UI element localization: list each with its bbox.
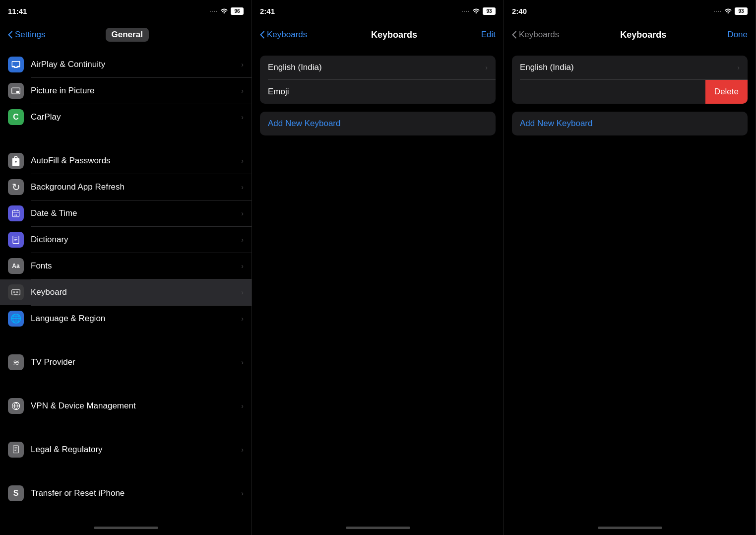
airplay-icon [8, 57, 24, 72]
language-label: Language & Region [31, 314, 241, 324]
pip-chevron: › [241, 87, 244, 95]
fonts-chevron: › [241, 262, 244, 270]
transfer-icon: S [8, 485, 24, 501]
svg-rect-17 [14, 294, 18, 295]
language-icon: 🌐 [8, 311, 24, 327]
tvprovider-icon: ≋ [8, 354, 24, 370]
legal-label: Legal & Regulatory [31, 445, 241, 455]
nav-title-3: Keyboards [620, 30, 666, 40]
nav-bar-2: Keyboards Keyboards Edit [252, 22, 504, 48]
english-chevron-3: › [737, 64, 740, 71]
status-icons-1: ···· 96 [210, 7, 244, 15]
home-bar-2 [346, 527, 410, 529]
dictionary-icon [8, 232, 24, 248]
row-transfer[interactable]: S Transfer or Reset iPhone › [0, 480, 252, 506]
kb-row-english[interactable]: English (India) › [260, 56, 496, 79]
delete-button[interactable]: Delete [705, 80, 748, 104]
home-indicator-3 [504, 520, 756, 535]
svg-rect-1 [16, 91, 19, 93]
battery-1: 96 [231, 7, 244, 15]
status-bar-2: 2:41 ···· 93 [252, 0, 504, 22]
row-keyboard[interactable]: Keyboard › [0, 279, 252, 305]
add-keyboard-label: Add New Keyboard [268, 119, 340, 129]
english-chevron: › [485, 64, 488, 71]
vpn-chevron: › [241, 402, 244, 410]
svg-rect-16 [17, 292, 18, 293]
row-autofill[interactable]: AutoFill & Passwords › [0, 148, 252, 174]
edit-button[interactable]: Edit [481, 30, 496, 40]
tvprovider-label: TV Provider [31, 357, 241, 367]
status-time-1: 11:41 [8, 7, 27, 15]
home-indicator-2 [252, 520, 504, 535]
svg-rect-11 [16, 291, 17, 292]
row-bgrefresh[interactable]: ↻ Background App Refresh › [0, 174, 252, 200]
keyboards-list-3: English (India) › Delete Add New Keyboar… [504, 48, 756, 520]
add-keyboard-button-3[interactable]: Add New Keyboard [512, 112, 748, 135]
svg-rect-14 [14, 292, 15, 293]
row-language[interactable]: 🌐 Language & Region › [0, 306, 252, 332]
row-vpn[interactable]: VPN & Device Management › [0, 393, 252, 419]
emoji-label: Emoji [268, 87, 488, 97]
datetime-icon: 31 [8, 205, 24, 221]
svg-rect-19 [13, 446, 19, 453]
datetime-label: Date & Time [31, 208, 241, 218]
row-datetime[interactable]: 31 Date & Time › [0, 201, 252, 226]
section-1: AirPlay & Continuity › Picture in Pictur… [0, 52, 252, 130]
row-pip[interactable]: Picture in Picture › [0, 78, 252, 104]
svg-rect-12 [17, 291, 18, 292]
keyboard-icon [8, 284, 24, 300]
transfer-label: Transfer or Reset iPhone [31, 488, 241, 498]
back-button-1[interactable]: Settings [8, 30, 45, 40]
datetime-chevron: › [241, 209, 244, 217]
status-time-2: 2:41 [260, 7, 275, 15]
battery-3: 93 [735, 7, 748, 15]
svg-text:31: 31 [14, 213, 17, 216]
row-legal[interactable]: Legal & Regulatory › [0, 437, 252, 463]
fonts-label: Fonts [31, 261, 241, 271]
kb-emoji-content[interactable] [512, 80, 705, 104]
nav-bar-3: Keyboards Keyboards Done [504, 22, 756, 48]
kb-row-emoji-delete: Delete [512, 80, 748, 104]
airplay-chevron: › [241, 61, 244, 68]
row-tvprovider[interactable]: ≋ TV Provider › [0, 349, 252, 375]
dictionary-chevron: › [241, 236, 244, 244]
back-button-2[interactable]: Keyboards [260, 30, 307, 40]
svg-rect-10 [14, 291, 15, 292]
kb-row-english-3[interactable]: English (India) › [512, 56, 748, 79]
home-bar-1 [94, 527, 158, 529]
svg-rect-15 [16, 292, 17, 293]
language-chevron: › [241, 315, 244, 323]
status-icons-3: ···· 93 [714, 7, 748, 15]
row-dictionary[interactable]: Dictionary › [0, 227, 252, 253]
kb-section-added: English (India) › Emoji [260, 56, 496, 104]
row-carplay[interactable]: C CarPlay › [0, 104, 252, 130]
kb-row-emoji[interactable]: Emoji [260, 80, 496, 104]
back-label-3: Keyboards [519, 30, 559, 40]
done-button[interactable]: Done [727, 30, 748, 40]
section-6: S Transfer or Reset iPhone › [0, 480, 252, 506]
keyboard-label: Keyboard [31, 287, 241, 297]
carplay-chevron: › [241, 113, 244, 121]
carplay-icon: C [8, 109, 24, 125]
english-india-label-3: English (India) [520, 63, 737, 72]
svg-rect-13 [13, 292, 14, 293]
bgrefresh-label: Background App Refresh [31, 182, 241, 192]
status-bar-1: 11:41 ···· 96 [0, 0, 252, 22]
nav-bar-1: Settings General [0, 22, 252, 48]
kb-section-add-3: Add New Keyboard [512, 112, 748, 135]
vpn-label: VPN & Device Management [31, 401, 241, 411]
svg-rect-4 [13, 236, 19, 244]
add-keyboard-button[interactable]: Add New Keyboard [260, 112, 496, 135]
section-5: Legal & Regulatory › [0, 437, 252, 463]
autofill-icon [8, 153, 24, 169]
bgrefresh-chevron: › [241, 183, 244, 191]
autofill-chevron: › [241, 157, 244, 165]
fonts-icon: Aa [8, 258, 24, 274]
panel-keyboards-delete: 2:40 ···· 93 Keyboards Keyboards Done En… [504, 0, 756, 535]
back-button-3[interactable]: Keyboards [512, 30, 559, 40]
row-airplay[interactable]: AirPlay & Continuity › [0, 52, 252, 77]
nav-title-2: Keyboards [371, 30, 417, 40]
carplay-label: CarPlay [31, 112, 241, 122]
row-fonts[interactable]: Aa Fonts › [0, 253, 252, 279]
wifi-icon-3 [724, 7, 732, 15]
